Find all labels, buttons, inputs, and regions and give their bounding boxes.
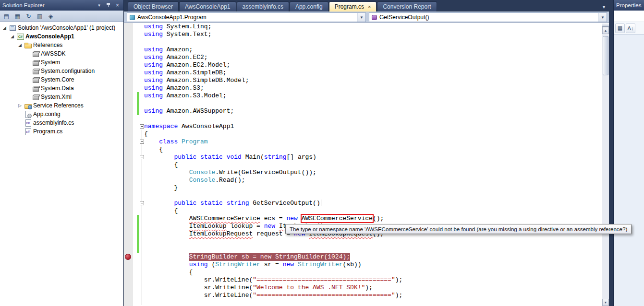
tab-conversion-report[interactable]: Conversion Report bbox=[377, 1, 437, 12]
code-line[interactable]: class Program bbox=[124, 138, 601, 146]
code-editor[interactable]: using System.Linq;using System.Text;usin… bbox=[124, 23, 609, 306]
code-segment: ecs = bbox=[260, 215, 287, 222]
scroll-down-icon[interactable]: ▼ bbox=[602, 299, 609, 306]
tree-item-awsconsoleapp1[interactable]: ◢AwsConsoleApp1 bbox=[0, 32, 123, 41]
code-segment: AwsConsoleApp1 bbox=[178, 123, 234, 130]
tab-assemblyinfo-cs[interactable]: assemblyinfo.cs bbox=[237, 1, 289, 12]
code-line[interactable] bbox=[124, 238, 601, 246]
code-line[interactable]: sr.WriteLine("==========================… bbox=[124, 292, 601, 299]
code-segment: { bbox=[144, 130, 148, 138]
outline-collapse-icon[interactable] bbox=[140, 124, 144, 129]
tree-item-awssdk[interactable]: AWSSDK bbox=[0, 49, 123, 58]
code-line[interactable]: { bbox=[124, 130, 601, 138]
pin-glyph bbox=[106, 2, 111, 8]
tree-item-system-data[interactable]: System.Data bbox=[0, 84, 123, 93]
tab-object-browser[interactable]: Object Browser bbox=[128, 1, 179, 12]
refresh-icon[interactable]: ↻ bbox=[24, 12, 34, 21]
code-line[interactable]: using Amazon.SimpleDB; bbox=[124, 69, 601, 77]
code-segment bbox=[144, 230, 189, 237]
code-line[interactable]: using System.Linq; bbox=[124, 23, 601, 31]
tab-program-cs[interactable]: Program.cs× bbox=[329, 1, 377, 12]
code-segment: static bbox=[200, 153, 223, 161]
tree-item-assemblyinfo-cs[interactable]: assemblyinfo.cs bbox=[0, 118, 123, 127]
code-line[interactable] bbox=[124, 192, 601, 200]
code-line[interactable]: Console.Write(GetServiceOutput()); bbox=[124, 169, 601, 177]
code-line[interactable]: namespace AwsConsoleApp1 bbox=[124, 123, 601, 130]
code-line[interactable]: using Amazon.S3.Model; bbox=[124, 92, 601, 100]
outline-collapse-icon[interactable] bbox=[140, 155, 144, 159]
code-line[interactable]: using Amazon.S3; bbox=[124, 84, 601, 92]
code-line[interactable]: sr.WriteLine("Welcome to the AWS .NET SD… bbox=[124, 284, 601, 292]
member-dropdown-value: GetServiceOutput() bbox=[379, 14, 429, 21]
tab-close-icon[interactable]: × bbox=[368, 4, 371, 10]
close-icon[interactable]: × bbox=[114, 2, 121, 9]
code-line[interactable] bbox=[124, 299, 601, 306]
member-dropdown[interactable]: GetServiceOutput() ▼ bbox=[369, 12, 607, 22]
tab-app-config[interactable]: App.config bbox=[290, 1, 328, 12]
code-line[interactable]: using Amazon.EC2.Model; bbox=[124, 61, 601, 69]
tab-awsconsoleapp1[interactable]: AwsConsoleApp1 bbox=[179, 1, 236, 12]
chevron-down-icon[interactable]: ▼ bbox=[598, 13, 607, 22]
tree-item-system-configuration[interactable]: System.configuration bbox=[0, 67, 123, 75]
properties-title: Properties bbox=[616, 2, 642, 8]
tab-overflow-chevron[interactable]: ▾ bbox=[603, 4, 605, 10]
solution-explorer-toolbar: ▤▦↻▥◈ bbox=[0, 11, 123, 22]
error-tooltip-text: The type or namespace name 'AWSECommerce… bbox=[290, 226, 627, 232]
code-segment bbox=[223, 153, 227, 161]
code-line[interactable]: public static void Main(string[] args) bbox=[124, 153, 601, 161]
collapse-icon[interactable]: ◢ bbox=[17, 43, 23, 47]
code-line[interactable] bbox=[124, 100, 601, 107]
code-segment: static bbox=[200, 200, 223, 207]
expand-icon[interactable]: ▷ bbox=[17, 103, 23, 108]
chevron-down-icon[interactable]: ▼ bbox=[357, 13, 365, 22]
code-line[interactable]: Console.Read(); bbox=[124, 177, 601, 184]
collapse-icon[interactable]: ◢ bbox=[10, 34, 15, 39]
alphabetical-sort-icon[interactable]: A↓ bbox=[626, 24, 635, 33]
code-line[interactable]: AWSECommerceService ecs = new AWSECommer… bbox=[124, 215, 601, 223]
code-line[interactable]: using Amazon.AWSSupport; bbox=[124, 107, 601, 115]
scrollbar-thumb[interactable] bbox=[603, 36, 608, 75]
tree-item-system-core[interactable]: System.Core bbox=[0, 75, 123, 84]
code-segment: sr = bbox=[260, 261, 283, 268]
code-line[interactable]: using Amazon; bbox=[124, 46, 601, 54]
code-line[interactable]: { bbox=[124, 146, 601, 153]
code-line[interactable]: using Amazon.SimpleDB.Model; bbox=[124, 77, 601, 84]
tree-item-service-references[interactable]: ▷Service References bbox=[0, 101, 123, 110]
categorized-icon[interactable]: ▦ bbox=[615, 24, 625, 33]
code-line[interactable]: public static string GetServiceOutput() bbox=[124, 200, 601, 207]
tree-item-program-cs[interactable]: Program.cs bbox=[0, 127, 123, 136]
outline-collapse-icon[interactable] bbox=[140, 140, 144, 144]
code-line[interactable]: { bbox=[124, 269, 601, 276]
reference-icon bbox=[32, 59, 39, 66]
code-line[interactable]: sr.WriteLine("==========================… bbox=[124, 276, 601, 284]
code-segment: new bbox=[264, 223, 275, 230]
code-line[interactable]: using System.Text; bbox=[124, 31, 601, 38]
view-class-diagram-icon[interactable]: ▥ bbox=[35, 12, 45, 21]
splitter-handle[interactable] bbox=[602, 23, 609, 27]
tree-item-solution-awsconsoleapp1-1-project[interactable]: ◢Solution 'AwsConsoleApp1' (1 project) bbox=[0, 24, 123, 32]
code-line[interactable] bbox=[124, 38, 601, 46]
properties-icon[interactable]: ▤ bbox=[1, 12, 12, 21]
tree-item-system[interactable]: System bbox=[0, 58, 123, 67]
code-line[interactable]: { bbox=[124, 161, 601, 169]
code-metrics-icon[interactable]: ◈ bbox=[46, 12, 56, 21]
code-line[interactable]: using (StringWriter sr = new StringWrite… bbox=[124, 261, 601, 269]
tree-item-references[interactable]: ◢References bbox=[0, 41, 123, 49]
outline-collapse-icon[interactable] bbox=[140, 201, 144, 205]
vertical-scrollbar[interactable]: ▲ ▼ bbox=[602, 23, 609, 306]
code-line[interactable]: using Amazon.EC2; bbox=[124, 54, 601, 61]
code-line[interactable] bbox=[124, 115, 601, 123]
collapse-icon[interactable]: ◢ bbox=[2, 25, 7, 30]
type-dropdown[interactable]: AwsConsoleApp1.Program ▼ bbox=[127, 12, 366, 22]
code-line[interactable]: } bbox=[124, 184, 601, 192]
show-all-files-icon[interactable]: ▦ bbox=[12, 12, 23, 21]
code-line[interactable] bbox=[124, 246, 601, 253]
code-line[interactable]: StringBuilder sb = new StringBuilder(102… bbox=[124, 253, 601, 261]
scroll-up-icon[interactable]: ▲ bbox=[602, 27, 609, 34]
tree-item-system-xml[interactable]: System.Xml bbox=[0, 93, 123, 101]
code-line[interactable]: { bbox=[124, 207, 601, 215]
breakpoint-icon[interactable] bbox=[125, 254, 131, 260]
pin-icon[interactable] bbox=[105, 2, 112, 9]
window-menu-icon[interactable]: ▾ bbox=[96, 2, 103, 9]
tree-item-app-config[interactable]: App.config bbox=[0, 110, 123, 118]
